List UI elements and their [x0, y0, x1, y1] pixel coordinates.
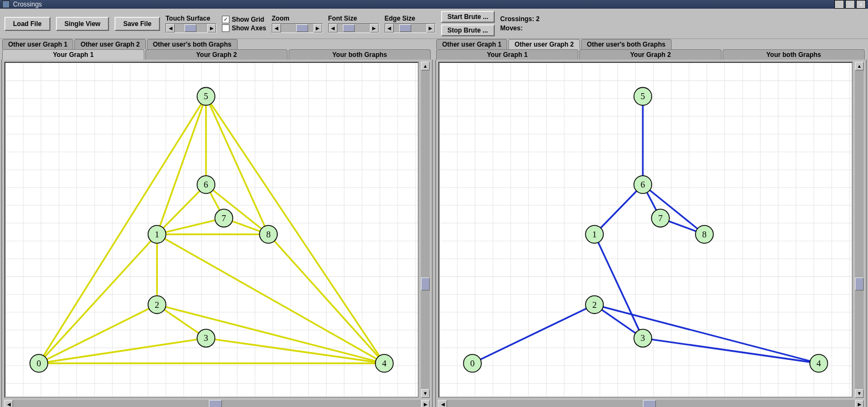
graph-node-6[interactable]: 6 [197, 176, 215, 193]
graph-node-5[interactable]: 5 [197, 87, 215, 105]
graph-node-4[interactable]: 4 [375, 354, 393, 372]
tab-other-graph1[interactable]: Other user Graph 1 [2, 39, 73, 49]
left-graph-canvas[interactable]: 012345678 [4, 62, 419, 398]
save-file-button[interactable]: Save File [114, 17, 160, 31]
graph-edge[interactable] [206, 96, 385, 364]
tab-other-graph2[interactable]: Other user Graph 2 [508, 39, 579, 49]
graph-node-3[interactable]: 3 [197, 330, 215, 347]
show-axes-checkbox[interactable] [222, 24, 229, 32]
scroll-down-icon[interactable]: ▼ [421, 389, 430, 398]
stats: Crossings: 2 Moves: [500, 15, 540, 32]
slider-right-icon[interactable]: ▶ [370, 24, 379, 33]
scroll-up-icon[interactable]: ▲ [855, 62, 864, 70]
scroll-left-icon[interactable]: ◀ [4, 400, 13, 407]
scroll-up-icon[interactable]: ▲ [421, 62, 430, 70]
graph-edge[interactable] [157, 185, 206, 235]
minimize-button[interactable]: _ [834, 0, 844, 9]
tab-your-both[interactable]: Your both Graphs [723, 49, 865, 60]
brute-buttons: Start Brute ... Stop Brute ... [441, 11, 495, 36]
graph-node-2[interactable]: 2 [148, 296, 166, 314]
slider-left-icon[interactable]: ◀ [166, 24, 175, 33]
touch-surface-label: Touch Surface [165, 15, 210, 22]
right-hscroll[interactable]: ◀ ▶ [438, 400, 864, 407]
tab-your-both[interactable]: Your both Graphs [289, 49, 431, 60]
graph-node-8[interactable]: 8 [259, 225, 277, 243]
touch-surface-slider[interactable]: ◀ ▶ [165, 23, 216, 33]
graph-edge[interactable] [39, 234, 157, 363]
graph-edge[interactable] [157, 218, 224, 234]
slider-left-icon[interactable]: ◀ [272, 24, 281, 33]
font-size-slider[interactable]: ◀ ▶ [328, 23, 379, 33]
graph-node-4[interactable]: 4 [810, 354, 828, 372]
zoom-slider[interactable]: ◀ ▶ [272, 23, 323, 33]
load-file-button[interactable]: Load File [4, 17, 50, 31]
close-button[interactable]: × [856, 0, 866, 9]
graph-node-0[interactable]: 0 [30, 354, 48, 372]
left-hscroll[interactable]: ◀ ▶ [4, 400, 430, 407]
tab-your-graph2[interactable]: Your Graph 2 [579, 49, 722, 60]
titlebar[interactable]: Crossings _ □ × [0, 0, 868, 9]
graph-node-0[interactable]: 0 [463, 354, 481, 372]
show-axes-row[interactable]: Show Axes [222, 24, 266, 32]
tab-other-both[interactable]: Other user's both Graphs [147, 39, 238, 49]
tab-other-graph1[interactable]: Other user Graph 1 [436, 39, 507, 49]
scroll-right-icon[interactable]: ▶ [421, 400, 430, 407]
maximize-button[interactable]: □ [845, 0, 855, 9]
slider-right-icon[interactable]: ▶ [314, 24, 322, 33]
graph-edge[interactable] [643, 185, 704, 235]
graph-edge[interactable] [39, 96, 206, 364]
crossings-value: Crossings: 2 [500, 15, 540, 23]
svg-text:3: 3 [204, 333, 208, 344]
edge-size-slider[interactable]: ◀ ▶ [385, 23, 436, 33]
right-pane: 012345678 ▲ ▼ ◀ ▶ [435, 60, 867, 407]
left-pane: 012345678 ▲ ▼ ◀ ▶ [1, 60, 433, 407]
graph-node-6[interactable]: 6 [634, 176, 652, 193]
scroll-right-icon[interactable]: ▶ [855, 400, 864, 407]
slider-left-icon[interactable]: ◀ [385, 24, 394, 33]
graph-edge[interactable] [643, 338, 819, 363]
tab-your-graph1[interactable]: Your Graph 1 [2, 49, 144, 60]
show-axes-label: Show Axes [232, 24, 266, 32]
slider-left-icon[interactable]: ◀ [329, 24, 337, 33]
graph-node-1[interactable]: 1 [148, 225, 166, 243]
slider-right-icon[interactable]: ▶ [207, 24, 216, 33]
slider-right-icon[interactable]: ▶ [426, 24, 435, 33]
svg-text:7: 7 [658, 213, 662, 223]
svg-text:5: 5 [641, 91, 645, 101]
scroll-down-icon[interactable]: ▼ [855, 389, 864, 398]
svg-text:8: 8 [702, 229, 706, 240]
graph-edge[interactable] [157, 96, 206, 235]
zoom-control: Zoom ◀ ▶ [272, 15, 323, 33]
right-graph-canvas[interactable]: 012345678 [438, 62, 853, 398]
graph-node-7[interactable]: 7 [652, 209, 669, 227]
graph-node-1[interactable]: 1 [585, 225, 603, 243]
graph-edge[interactable] [206, 338, 385, 363]
stop-brute-button[interactable]: Stop Brute ... [441, 24, 495, 36]
scroll-left-icon[interactable]: ◀ [438, 400, 447, 407]
window-buttons: _ □ × [834, 0, 866, 9]
graph-node-3[interactable]: 3 [634, 330, 652, 347]
left-vscroll[interactable]: ▲ ▼ [421, 62, 430, 398]
show-grid-row[interactable]: ✓ Show Grid [222, 16, 264, 23]
start-brute-button[interactable]: Start Brute ... [441, 11, 495, 23]
graph-node-8[interactable]: 8 [695, 225, 713, 243]
graph-node-7[interactable]: 7 [215, 209, 233, 227]
edge-size-control: Edge Size ◀ ▶ [385, 15, 436, 33]
tab-other-graph2[interactable]: Other user Graph 2 [74, 39, 145, 49]
svg-text:4: 4 [816, 358, 821, 369]
graph-node-2[interactable]: 2 [585, 296, 603, 314]
zoom-label: Zoom [272, 15, 290, 22]
right-vscroll[interactable]: ▲ ▼ [855, 62, 864, 398]
tab-your-graph2[interactable]: Your Graph 2 [145, 49, 288, 60]
svg-text:0: 0 [470, 358, 475, 369]
graph-edge[interactable] [473, 305, 595, 363]
view-toggles: ✓ Show Grid Show Axes [222, 16, 266, 32]
single-view-button[interactable]: Single View [56, 17, 109, 31]
app-icon [2, 1, 10, 8]
right-upper-tabs: Other user Graph 1 Other user Graph 2 Ot… [434, 39, 868, 49]
tab-your-graph1[interactable]: Your Graph 1 [436, 49, 578, 60]
graph-node-5[interactable]: 5 [634, 87, 652, 105]
graph-edge[interactable] [157, 234, 384, 363]
tab-other-both[interactable]: Other user's both Graphs [581, 39, 672, 49]
show-grid-checkbox[interactable]: ✓ [222, 16, 229, 23]
